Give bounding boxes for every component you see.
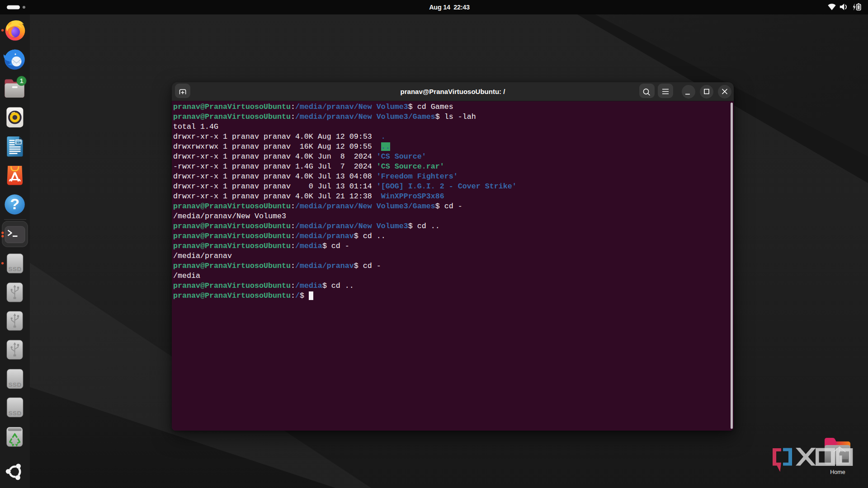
svg-text:1: 1	[19, 77, 23, 84]
svg-text:?: ?	[10, 195, 19, 212]
